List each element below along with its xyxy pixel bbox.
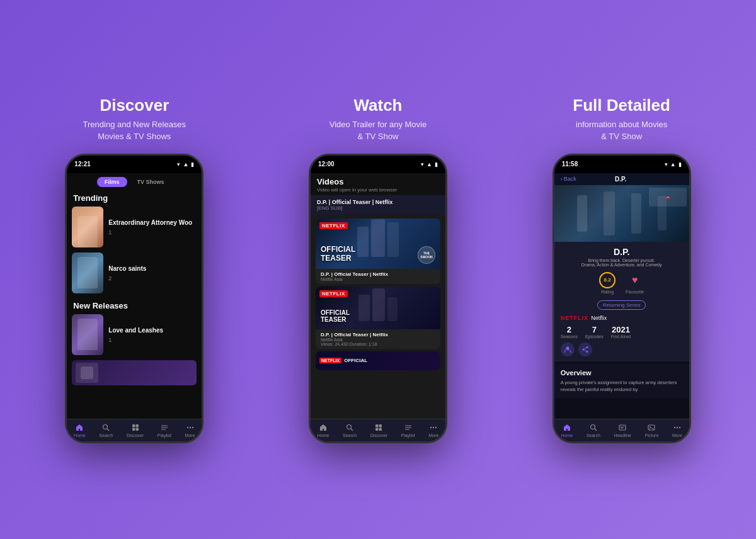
nav-more-1[interactable]: More — [185, 423, 195, 438]
trending-title: Trending — [67, 191, 202, 207]
svg-point-23 — [435, 426, 437, 428]
status-icons-1: ▾ ▲ ▮ — [177, 161, 194, 167]
episodes-label: Episodes — [585, 334, 604, 339]
bottom-nav-detail: Home Search Headline — [554, 419, 689, 441]
svg-rect-3 — [135, 424, 139, 428]
more-icon-2 — [429, 423, 438, 432]
trending-item-1[interactable]: Extraordinary Attorney Woo 1 — [72, 207, 197, 247]
wifi-icon: ▾ — [177, 161, 180, 167]
returning-badge-wrap: Returning Series — [561, 298, 683, 312]
back-chevron-icon: ‹ — [561, 176, 563, 182]
video-bg-2: NETFLIX OFFICIALTEASER — [316, 287, 440, 329]
nav-discover-1[interactable]: Discover — [127, 423, 144, 438]
video-card-1[interactable]: NETFLIX OFFICIALTEASER THESWOON D.P. | O… — [316, 218, 440, 284]
first-video-item[interactable]: D.P. | Official Teaser | Netflix [ENG SU… — [311, 195, 445, 215]
signal-icon-3: ▲ — [670, 161, 676, 167]
discover-icon-2 — [374, 423, 383, 432]
svg-line-31 — [595, 429, 597, 431]
nav-search-1[interactable]: Search — [99, 423, 113, 438]
svg-line-13 — [351, 429, 353, 431]
nav-more-3[interactable]: More — [672, 423, 682, 438]
nav-playlist-2[interactable]: Playlist — [401, 423, 415, 438]
video-info-1: D.P. | Official Teaser | Netflix Netflix… — [316, 269, 440, 284]
nav-discover-2[interactable]: Discover — [370, 423, 387, 438]
video-card-2[interactable]: NETFLIX OFFICIALTEASER D.P. | Official T… — [316, 287, 440, 349]
discover-title: Discover — [100, 96, 169, 115]
battery-icon-2: ▮ — [435, 161, 438, 167]
tv-shows-tab[interactable]: TV Shows — [130, 177, 172, 187]
detail-subtitle: information about Movies& TV Show — [576, 119, 667, 142]
nav-home-label-2: Home — [318, 433, 329, 438]
nav-headline-3[interactable]: Headline — [614, 423, 631, 438]
svg-point-26 — [586, 351, 588, 353]
time-2: 12:00 — [318, 161, 335, 167]
phone-notch-3: 11:58 ▾ ▲ ▮ — [554, 156, 689, 173]
discover-panel: Discover Trending and New ReleasesMovies… — [27, 96, 241, 443]
nav-picture-3[interactable]: Picture — [645, 423, 659, 438]
episodes-value: 7 — [592, 325, 597, 334]
trending-info-2: Narco saints 2 — [108, 264, 197, 281]
videos-sub: Video will open in your web browser — [317, 187, 439, 193]
wifi-icon-3: ▾ — [665, 161, 668, 167]
nav-playlist-1[interactable]: Playlist — [158, 423, 171, 438]
new-release-info-1: Love and Leashes 1 — [108, 326, 197, 343]
nav-home-label-1: Home — [74, 433, 86, 438]
svg-rect-14 — [375, 424, 379, 428]
films-tab[interactable]: Films — [97, 177, 127, 187]
video-card-3[interactable]: NETFLIX OFFICIAL — [316, 351, 440, 370]
discover-icon-1 — [131, 423, 140, 432]
teaser-text-1: OFFICIALTEASER — [321, 246, 355, 262]
heart-icon: ♥ — [627, 272, 643, 288]
video-bg-1: NETFLIX OFFICIALTEASER THESWOON — [316, 218, 440, 269]
svg-point-12 — [347, 424, 352, 429]
time-3: 11:58 — [562, 161, 578, 167]
search-icon-3 — [589, 423, 598, 432]
trending-num-2: 2 — [108, 275, 197, 281]
svg-rect-15 — [379, 424, 382, 428]
hero-fig-1 — [577, 195, 587, 232]
svg-rect-32 — [619, 425, 626, 430]
new-release-item-1[interactable]: Love and Leashes 1 — [72, 314, 197, 355]
video-thumb-2: NETFLIX OFFICIALTEASER — [316, 287, 440, 329]
more-icon-3 — [673, 423, 682, 432]
detail-hero: 🚗 — [554, 185, 689, 242]
trending-info-1: Extraordinary Attorney Woo 1 — [108, 218, 197, 235]
new-release-thumb-1 — [72, 314, 103, 355]
trending-thumb-2 — [72, 252, 103, 293]
show-name: D.P. — [561, 247, 683, 257]
svg-point-9 — [186, 426, 188, 428]
search-icon-2 — [345, 423, 354, 432]
nav-home-3[interactable]: Home — [561, 423, 573, 438]
back-button[interactable]: ‹ Back — [561, 176, 576, 182]
video-info-2: D.P. | Official Teaser | Netflix Netflix… — [316, 329, 440, 349]
nav-search-3[interactable]: Search — [587, 423, 600, 438]
battery-icon: ▮ — [191, 161, 194, 167]
action-icon-share[interactable] — [578, 343, 592, 356]
new-release-item-2[interactable] — [72, 360, 197, 385]
playlist-icon-1 — [160, 423, 169, 432]
rating-circle: 8.2 — [599, 272, 616, 288]
svg-point-11 — [192, 426, 193, 428]
nav-more-label-2: More — [428, 433, 438, 438]
watch-phone: 12:00 ▾ ▲ ▮ Videos Video will open in yo… — [309, 154, 447, 443]
nav-home-2[interactable]: Home — [318, 423, 329, 438]
detail-hero-bg: 🚗 — [554, 185, 689, 242]
watch-panel: Watch Video Trailer for any Movie& TV Sh… — [271, 96, 485, 443]
numbers-row: 2 Seasons 7 Episodes 2021 First Aired — [561, 325, 683, 339]
watch-subtitle: Video Trailer for any Movie& TV Show — [329, 119, 427, 142]
svg-point-0 — [103, 424, 108, 429]
favourite-stat[interactable]: ♥ Favourite — [626, 272, 644, 294]
nav-search-2[interactable]: Search — [343, 423, 357, 438]
svg-point-39 — [679, 426, 680, 428]
action-icon-person[interactable] — [561, 343, 575, 356]
hero-scene: 🚗 — [554, 185, 689, 242]
new-release-name-1: Love and Leashes — [108, 326, 197, 334]
nav-playlist-label-1: Playlist — [158, 433, 171, 438]
trending-item-2[interactable]: Narco saints 2 — [72, 252, 197, 293]
figure-5 — [372, 288, 385, 321]
year-stat: 2021 First Aired — [611, 325, 631, 339]
nav-more-2[interactable]: More — [428, 423, 438, 438]
hero-vehicle: 🚗 — [649, 188, 687, 207]
signal-icon: ▲ — [183, 161, 188, 167]
nav-home-1[interactable]: Home — [74, 423, 86, 438]
